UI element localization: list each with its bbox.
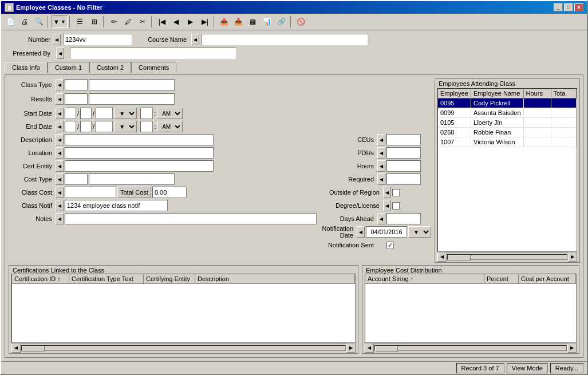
- class-notif-input[interactable]: [65, 200, 168, 211]
- notif-date-dropdown[interactable]: ▼: [408, 226, 431, 238]
- end-date-track-btn[interactable]: ◀: [56, 121, 64, 132]
- stop-button[interactable]: 🚫: [294, 15, 308, 29]
- degree-license-track-btn[interactable]: ◀: [383, 200, 391, 211]
- number-track-btn[interactable]: ◀: [53, 34, 61, 45]
- cost-grid[interactable]: Account String ↑ Percent Cost per Accoun…: [365, 274, 577, 343]
- course-name-input[interactable]: [202, 34, 368, 45]
- course-name-track-btn[interactable]: ◀: [191, 34, 199, 45]
- maximize-button[interactable]: □: [564, 3, 573, 11]
- outside-region-track-btn[interactable]: ◀: [383, 187, 391, 198]
- find-button[interactable]: 🔍: [32, 15, 46, 29]
- emp-scroll-left[interactable]: ◀: [437, 252, 447, 262]
- results-code[interactable]: [65, 93, 88, 105]
- results-track-btn[interactable]: ◀: [56, 93, 64, 105]
- pdhs-track-btn[interactable]: ◀: [377, 147, 385, 159]
- cert-scroll-right[interactable]: ▶: [346, 344, 356, 353]
- nav-next-button[interactable]: ▶: [184, 15, 198, 29]
- emp-row-0268[interactable]: 0268 Robbie Finan: [438, 128, 577, 137]
- class-cost-field[interactable]: [65, 187, 116, 198]
- hours-track-btn[interactable]: ◀: [377, 160, 385, 172]
- required-track-btn[interactable]: ◀: [377, 173, 385, 185]
- start-hour[interactable]: [140, 108, 153, 119]
- pdhs-field[interactable]: [386, 147, 421, 159]
- cost-type-name[interactable]: [89, 173, 175, 185]
- ceus-track-btn[interactable]: ◀: [377, 134, 385, 145]
- close-button[interactable]: ✕: [574, 3, 583, 11]
- days-ahead-track-btn[interactable]: ◀: [377, 213, 385, 224]
- edit-button[interactable]: ✏: [107, 15, 121, 29]
- cut-button[interactable]: ✂: [136, 15, 149, 29]
- ceus-field[interactable]: [386, 134, 421, 145]
- list-button[interactable]: ☰: [73, 15, 87, 29]
- required-field[interactable]: [386, 173, 421, 185]
- notif-date-track-btn[interactable]: ◀: [357, 226, 365, 238]
- end-day[interactable]: [80, 121, 92, 132]
- table-button[interactable]: ▦: [246, 15, 260, 29]
- hours-field[interactable]: [386, 160, 421, 172]
- notification-sent-checkbox[interactable]: ✓: [386, 242, 394, 249]
- link-button[interactable]: 🔗: [275, 15, 289, 29]
- days-ahead-field[interactable]: [386, 213, 421, 224]
- notes-track-btn[interactable]: ◀: [56, 213, 64, 224]
- nav-first-button[interactable]: |◀: [155, 15, 169, 29]
- emp-row-0105[interactable]: 0105 Liberty Jin: [438, 118, 577, 128]
- tab-class-info[interactable]: Class Info: [5, 62, 48, 73]
- description-field[interactable]: [65, 134, 214, 145]
- minimize-button[interactable]: _: [554, 3, 563, 11]
- class-notif-track-btn[interactable]: ◀: [56, 200, 64, 211]
- cert-scroll-left[interactable]: ◀: [11, 344, 21, 353]
- cert-scroll-thumb[interactable]: [22, 346, 45, 352]
- end-hour[interactable]: [140, 121, 153, 132]
- start-date-dropdown[interactable]: ▼: [114, 108, 137, 119]
- cost-scroll-thumb[interactable]: [375, 346, 398, 352]
- export-button[interactable]: 📤: [218, 15, 231, 29]
- grid-button[interactable]: ⊞: [88, 15, 101, 29]
- nav-last-button[interactable]: ▶|: [198, 15, 212, 29]
- cost-scrollbar[interactable]: ◀ ▶: [365, 343, 577, 352]
- print-button[interactable]: 🖨: [18, 15, 31, 29]
- start-date-track-btn[interactable]: ◀: [56, 108, 64, 119]
- cert-grid[interactable]: Certification ID ↑ Certification Type Te…: [11, 274, 356, 343]
- tab-custom2[interactable]: Custom 2: [89, 62, 131, 73]
- location-track-btn[interactable]: ◀: [56, 147, 64, 159]
- class-type-track-btn[interactable]: ◀: [56, 79, 64, 90]
- nav-prev-button[interactable]: ◀: [169, 15, 183, 29]
- number-input[interactable]: [63, 34, 132, 45]
- notif-date-input[interactable]: [366, 226, 407, 238]
- emp-scroll-thumb[interactable]: [448, 255, 471, 260]
- start-year[interactable]: [96, 108, 113, 119]
- end-month[interactable]: [65, 121, 76, 132]
- emp-scroll-right[interactable]: ▶: [568, 252, 577, 262]
- total-cost-button[interactable]: Total Cost: [117, 187, 151, 198]
- location-field[interactable]: [65, 147, 214, 159]
- tab-comments[interactable]: Comments: [131, 62, 176, 73]
- filter-dropdown[interactable]: ▼▼: [52, 15, 68, 28]
- emp-row-0095[interactable]: 0095 Cody Pickrell: [438, 98, 577, 108]
- cost-scroll-track[interactable]: [374, 345, 567, 351]
- start-day[interactable]: [80, 108, 92, 119]
- cost-type-code[interactable]: [65, 173, 88, 185]
- cert-entity-track-btn[interactable]: ◀: [56, 160, 64, 172]
- end-year[interactable]: [96, 121, 113, 132]
- class-cost-track-btn[interactable]: ◀: [56, 187, 64, 198]
- emp-row-0099[interactable]: 0099 Assunta Baisden: [438, 108, 577, 118]
- end-ampm[interactable]: AMPM: [157, 121, 183, 132]
- class-type-name[interactable]: [89, 79, 175, 90]
- employees-scrollbar[interactable]: ◀ ▶: [437, 252, 577, 261]
- start-ampm[interactable]: AMPM: [157, 108, 183, 119]
- pencil-button[interactable]: 🖊: [121, 15, 135, 29]
- class-type-code[interactable]: [65, 79, 88, 90]
- cert-entity-field[interactable]: [65, 160, 214, 172]
- tab-custom1[interactable]: Custom 1: [48, 62, 89, 73]
- outside-region-checkbox[interactable]: [392, 189, 400, 196]
- new-button[interactable]: 📄: [3, 15, 17, 29]
- desc-track-btn[interactable]: ◀: [56, 134, 64, 145]
- presented-by-input[interactable]: [70, 48, 236, 59]
- cost-type-track-btn[interactable]: ◀: [56, 173, 64, 185]
- employees-grid[interactable]: Employee ↑ Employee Name Hours Tota 0095…: [437, 88, 577, 252]
- start-month[interactable]: [65, 108, 76, 119]
- chart-button[interactable]: 📊: [261, 15, 274, 29]
- emp-row-1007[interactable]: 1007 Victoria Wilson: [438, 137, 577, 147]
- results-name[interactable]: [89, 93, 175, 105]
- import-button[interactable]: 📥: [232, 15, 246, 29]
